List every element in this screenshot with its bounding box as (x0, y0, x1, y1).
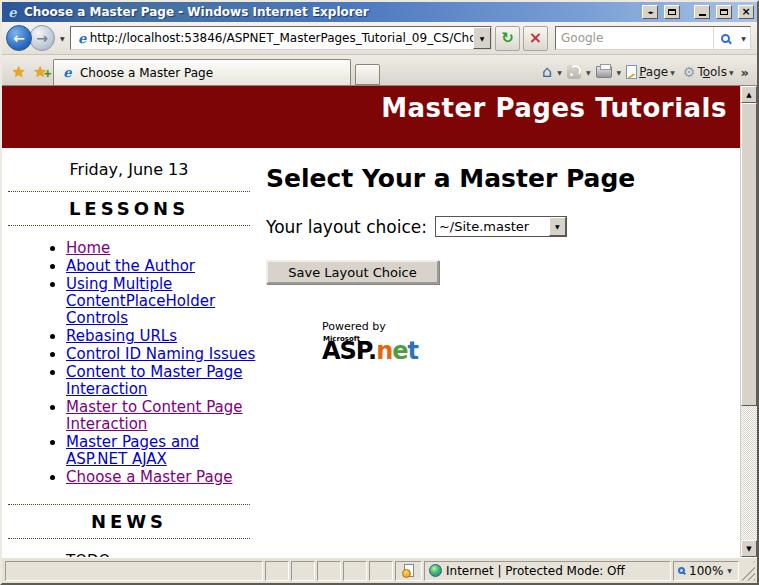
url-input[interactable] (90, 31, 473, 45)
page-menu-button[interactable]: Page ▼ (623, 63, 678, 81)
sidebar-link-master-pages-and-aspnet-ajax[interactable]: Master Pages and ASP.NET AJAX (66, 433, 199, 468)
save-layout-choice-button[interactable]: Save Layout Choice (266, 260, 439, 284)
stop-icon: × (529, 31, 542, 45)
plus-icon: + (44, 61, 52, 87)
forward-button[interactable]: → (29, 25, 55, 51)
list-item: Choose a Master Page (66, 469, 256, 486)
aspnet-logo: Powered by Microsoft ASP.net (322, 320, 730, 363)
zoom-level: 100% (689, 564, 723, 578)
feeds-button[interactable] (564, 63, 584, 81)
dock-icon: ◄► (647, 9, 653, 15)
status-pane (291, 561, 315, 581)
main-content: Select Your a Master Page Your layout ch… (256, 148, 740, 557)
gear-icon: ⚙ (683, 65, 696, 79)
chevron-down-icon: ▼ (480, 35, 485, 42)
scroll-up-icon: ▲ (746, 91, 751, 99)
tab-label: Choose a Master Page (80, 66, 213, 80)
home-dropdown[interactable]: ▼ (557, 69, 562, 76)
tools-menu-label: Tools (697, 65, 727, 79)
select-arrow-button[interactable]: ▼ (549, 217, 566, 236)
printer-icon (596, 66, 612, 78)
zoom-dropdown[interactable]: ▼ (727, 567, 732, 574)
feeds-dropdown[interactable]: ▼ (586, 69, 591, 76)
powered-by-label: Powered by (322, 320, 730, 333)
vertical-scrollbar[interactable]: ▲ ▼ (740, 86, 757, 557)
back-button[interactable]: ← (6, 25, 32, 51)
search-input[interactable] (556, 31, 713, 45)
home-button[interactable]: ⌂ (539, 63, 555, 81)
close-icon: × (741, 7, 750, 17)
window-icon (668, 9, 676, 15)
titlebar-popout-button[interactable] (664, 5, 680, 19)
sidebar: Friday, June 13 LESSONS Home About the A… (2, 148, 256, 557)
stop-button[interactable]: × (523, 26, 548, 51)
list-item: Master to Content Page Interaction (66, 399, 256, 433)
tab-choose-a-master-page[interactable]: e Choose a Master Page (53, 59, 351, 85)
layout-select-value: ~/Site.master (436, 217, 549, 236)
refresh-icon: ↻ (501, 29, 514, 47)
ie-logo-icon: e (5, 5, 20, 20)
page-title: Select Your a Master Page (266, 164, 730, 193)
sidebar-link-home[interactable]: Home (66, 239, 110, 257)
sidebar-link-about-the-author[interactable]: About the Author (66, 257, 195, 275)
print-button[interactable] (593, 64, 615, 80)
list-item: About the Author (66, 258, 256, 275)
status-pane (265, 561, 289, 581)
toolbar-overflow-button[interactable]: » (739, 65, 751, 80)
window-title: Choose a Master Page - Windows Internet … (24, 5, 636, 19)
tab-bar: ★ ★+ e Choose a Master Page ⌂ ▼ ▼ ▼ Page… (2, 55, 757, 85)
chevron-down-icon: ▼ (670, 69, 675, 76)
status-pane (369, 561, 393, 581)
sidebar-link-choose-a-master-page[interactable]: Choose a Master Page (66, 468, 232, 486)
forward-icon: → (36, 30, 48, 46)
print-dropdown[interactable]: ▼ (617, 69, 622, 76)
scroll-down-button[interactable]: ▼ (741, 540, 757, 557)
address-bar: ← → ▼ e ▼ ↻ × ▼ (2, 22, 757, 55)
zoom-icon (678, 567, 685, 574)
sidebar-link-control-id-naming-issues[interactable]: Control ID Naming Issues (66, 345, 255, 363)
sidebar-link-rebasing-urls[interactable]: Rebasing URLs (66, 327, 177, 345)
home-icon: ⌂ (542, 65, 552, 79)
list-item: Rebasing URLs (66, 328, 256, 345)
status-pane (343, 561, 367, 581)
news-list: TODO (2, 553, 256, 557)
layout-select[interactable]: ~/Site.master ▼ (435, 216, 567, 237)
tools-menu-button[interactable]: ⚙ Tools ▼ (680, 63, 737, 81)
status-pane (317, 561, 341, 581)
zone-text: Internet | Protected Mode: Off (446, 564, 625, 578)
search-button[interactable] (713, 27, 737, 49)
search-box[interactable]: ▼ (555, 26, 751, 50)
aspnet-wordmark: ASP.net (322, 339, 730, 363)
search-options-button[interactable]: ▼ (737, 27, 750, 49)
news-item: TODO (66, 552, 110, 557)
favorites-button[interactable]: ★ (10, 59, 27, 85)
popup-blocked-indicator[interactable] (395, 561, 422, 581)
list-item: Master Pages and ASP.NET AJAX (66, 434, 256, 468)
sidebar-link-master-to-content-page-interaction[interactable]: Master to Content Page Interaction (66, 398, 243, 433)
sidebar-link-using-multiple-contentplaceholder-controls[interactable]: Using Multiple ContentPlaceHolder Contro… (66, 275, 215, 327)
chevron-down-icon: ▼ (555, 223, 560, 230)
scrollbar-thumb[interactable] (741, 103, 757, 406)
refresh-button[interactable]: ↻ (495, 26, 520, 51)
url-field[interactable]: e ▼ (70, 26, 492, 50)
rss-icon (567, 65, 581, 79)
scrollbar-track[interactable] (741, 406, 757, 540)
site-banner: Master Pages Tutorials (2, 86, 740, 148)
maximize-icon (720, 9, 728, 15)
add-favorite-button[interactable]: ★+ (31, 59, 48, 85)
status-message-pane (5, 561, 263, 581)
maximize-button[interactable] (716, 5, 732, 19)
scroll-up-button[interactable]: ▲ (741, 86, 757, 103)
new-tab-button[interactable] (355, 64, 380, 85)
browser-viewport: Master Pages Tutorials Friday, June 13 L… (2, 85, 757, 557)
url-dropdown-button[interactable]: ▼ (473, 27, 491, 49)
minimize-button[interactable] (694, 5, 710, 19)
status-bar: Internet | Protected Mode: Off 100% ▼ (2, 557, 757, 583)
history-dropdown-button[interactable]: ▼ (58, 35, 67, 42)
zoom-control[interactable]: 100% ▼ (673, 561, 739, 581)
list-item: TODO (66, 553, 256, 557)
resize-grip[interactable] (741, 561, 755, 581)
titlebar-dock-button[interactable]: ◄► (642, 5, 658, 19)
close-button[interactable]: × (738, 5, 754, 19)
sidebar-link-content-to-master-page-interaction[interactable]: Content to Master Page Interaction (66, 363, 243, 398)
